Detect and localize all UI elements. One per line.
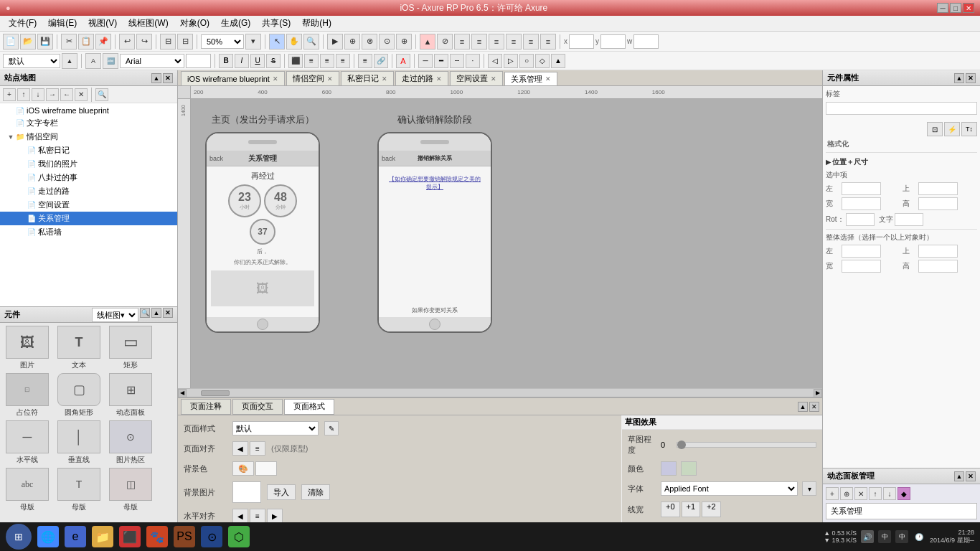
bottom-tab-interaction[interactable]: 页面交互 <box>232 399 283 415</box>
align2[interactable]: ≡ <box>471 34 487 50</box>
h-align-center-btn[interactable]: ≡ <box>250 509 265 522</box>
copy-button[interactable]: 📋 <box>78 34 94 50</box>
dynpanel-down-btn[interactable]: ↓ <box>883 487 896 500</box>
height-input[interactable] <box>918 197 958 210</box>
align-left-button[interactable]: ⬛ <box>288 54 303 68</box>
align6[interactable]: ≡ <box>540 34 556 50</box>
app6-icon[interactable]: PS <box>174 526 195 547</box>
align-center-button[interactable]: ≡ <box>304 54 319 68</box>
tab-close-4[interactable]: ✕ <box>491 75 496 83</box>
widget-placeholder[interactable]: ⊡ 占位符 <box>3 373 52 418</box>
underline-button[interactable]: U <box>250 54 265 68</box>
tab-4[interactable]: 空间设置 ✕ <box>450 71 503 85</box>
dynpanel-del-btn[interactable]: ✕ <box>854 487 867 500</box>
lw-2-btn[interactable]: +2 <box>702 501 721 517</box>
h-scrollbar[interactable]: ◀ ▶ <box>178 388 822 397</box>
align4[interactable]: ≡ <box>506 34 522 50</box>
font-select[interactable]: Arial <box>120 54 184 68</box>
import-btn[interactable]: 导入 <box>267 484 296 500</box>
sketch-color-btn1[interactable] <box>661 461 677 476</box>
bullet-list-button[interactable]: ≡ <box>358 54 372 68</box>
ime-icon[interactable]: 中 <box>895 530 908 543</box>
fmt-btn-2[interactable]: ⚡ <box>944 122 960 136</box>
multi-top-input[interactable] <box>918 245 958 258</box>
dynpanel-item[interactable]: 关系管理 <box>826 503 977 519</box>
dynpanel-expand-btn[interactable]: ▲ <box>954 471 964 481</box>
sound-icon[interactable]: 🔊 <box>861 530 874 543</box>
text-input[interactable] <box>895 213 923 226</box>
menu-view[interactable]: 视图(V) <box>83 16 123 31</box>
bottom-tab-notes[interactable]: 页面注释 <box>181 399 231 415</box>
widget-search-btn[interactable]: 🔍 <box>140 308 150 318</box>
font-icon[interactable]: A <box>85 53 101 69</box>
bold-button[interactable]: B <box>219 54 233 68</box>
bg-color-icon[interactable]: 🎨 <box>232 461 254 476</box>
border-none[interactable]: ─ <box>418 54 433 68</box>
sitemap-indent-btn[interactable]: → <box>46 88 59 101</box>
tab-close-2[interactable]: ✕ <box>382 75 387 83</box>
lw-0-btn[interactable]: +0 <box>661 501 680 517</box>
sitemap-search-btn[interactable]: 🔍 <box>95 88 108 101</box>
align5[interactable]: ≡ <box>523 34 539 50</box>
widget-text[interactable]: T 文本 <box>55 326 103 370</box>
tag-input[interactable] <box>826 102 977 115</box>
scroll-thumb[interactable] <box>201 390 230 396</box>
zoom-dropdown[interactable]: ▾ <box>245 34 261 50</box>
coord-x-input[interactable] <box>569 34 594 49</box>
conn-none[interactable]: ◁ <box>488 54 502 68</box>
tree-item-3[interactable]: 📄 私密日记 <box>0 143 177 157</box>
align1[interactable]: ≡ <box>454 34 470 50</box>
italic-button[interactable]: I <box>235 54 249 68</box>
app7-icon[interactable]: ⊙ <box>201 526 222 547</box>
font-dropdown-btn[interactable]: ▾ <box>802 481 816 496</box>
tree-expand-2[interactable]: ▼ <box>6 133 16 141</box>
align-left-page-btn[interactable]: ◀ <box>232 441 248 456</box>
pointer-tool[interactable]: ↖ <box>269 34 285 50</box>
scroll-left-btn[interactable]: ◀ <box>178 389 187 397</box>
widget-master[interactable]: ◫ 母版 <box>106 468 155 512</box>
home-btn-2[interactable] <box>429 319 440 330</box>
font-size-input[interactable]: 13 <box>186 54 211 68</box>
border-dotted[interactable]: · <box>466 54 480 68</box>
menu-share[interactable]: 共享(S) <box>256 16 296 31</box>
sitemap-outdent-btn[interactable]: ← <box>60 88 73 101</box>
widget-rounded[interactable]: ▢ 圆角矩形 <box>55 373 103 418</box>
widget-type-selector[interactable]: 线框图▾ <box>92 308 138 322</box>
minimize-button[interactable]: ─ <box>937 3 948 13</box>
multi-left-input[interactable] <box>842 245 881 258</box>
app8-icon[interactable]: ⬡ <box>228 526 250 547</box>
tab-0[interactable]: iOS wireframe blueprint ✕ <box>181 71 285 85</box>
lang-icon[interactable]: 中 <box>878 530 891 543</box>
widget-hline[interactable]: ─ 水平线 <box>3 420 52 465</box>
sitemap-expand-btn[interactable]: ▲ <box>151 73 161 83</box>
sketch-font-select[interactable]: Applied Font <box>661 481 798 496</box>
coord-y-input[interactable] <box>600 34 626 49</box>
menu-wireframe[interactable]: 线框图(W) <box>123 16 174 31</box>
menu-file[interactable]: 文件(F) <box>3 16 42 31</box>
app4-icon[interactable]: ⬛ <box>119 526 141 547</box>
props-close-btn[interactable]: ✕ <box>966 73 976 83</box>
main-canvas[interactable]: 主页（发出分手请求后） back 关系管理 <box>191 99 822 388</box>
menu-object[interactable]: 对象(O) <box>174 16 215 31</box>
menu-generate[interactable]: 生成(G) <box>215 16 256 31</box>
zoom-tool[interactable]: 🔍 <box>303 34 319 50</box>
conn-diamond[interactable]: ◇ <box>535 54 550 68</box>
pos-expand-icon[interactable]: ▶ <box>826 159 831 166</box>
tab-close-0[interactable]: ✕ <box>273 75 278 83</box>
align-justify-button[interactable]: ≡ <box>336 54 350 68</box>
tab-close-5[interactable]: ✕ <box>545 75 551 83</box>
border-dashed[interactable]: ╌ <box>450 54 464 68</box>
bottom-tab-format[interactable]: 页面格式 <box>284 399 334 415</box>
chrome-icon[interactable]: 🌐 <box>37 526 59 547</box>
tree-item-5[interactable]: 📄 八卦过的事 <box>0 171 177 184</box>
lw-1-btn[interactable]: +1 <box>682 501 701 517</box>
widget-rect[interactable]: ▭ 矩形 <box>106 326 155 370</box>
style-btn[interactable]: ▲ <box>62 53 77 69</box>
app5-icon[interactable]: 🐾 <box>146 526 168 547</box>
tab-5[interactable]: 关系管理 ✕ <box>504 72 557 86</box>
home-btn-1[interactable] <box>257 319 268 330</box>
widget-dynamic[interactable]: ⊞ 动态面板 <box>106 373 155 418</box>
color1[interactable]: ▲ <box>420 34 435 50</box>
tree-item-8[interactable]: 📄 关系管理 <box>0 212 177 225</box>
dynpanel-up-btn[interactable]: ↑ <box>869 487 882 500</box>
